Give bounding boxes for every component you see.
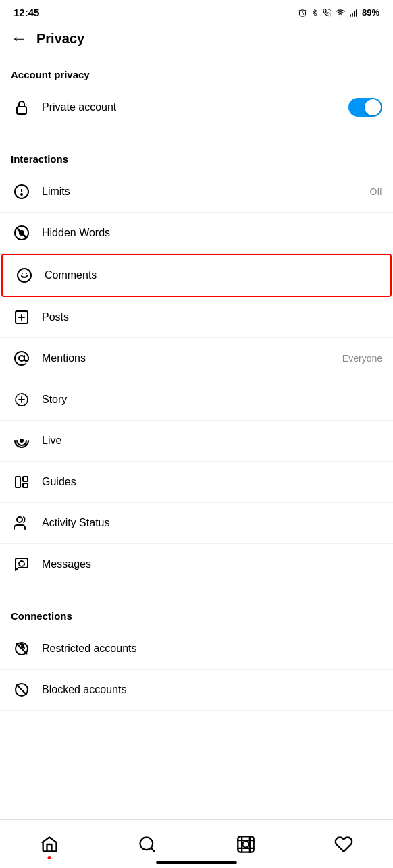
story-label: Story	[42, 394, 382, 406]
activity-status-icon	[11, 512, 32, 534]
hidden-words-icon	[11, 222, 32, 244]
signal-icon	[349, 8, 359, 18]
svg-rect-3	[354, 11, 355, 16]
divider-2	[0, 591, 393, 591]
svg-point-18	[19, 356, 24, 361]
account-privacy-label: Account privacy	[0, 55, 393, 87]
interactions-label: Interactions	[0, 140, 393, 171]
status-icons: 89%	[298, 7, 379, 18]
connections-label: Connections	[0, 597, 393, 628]
story-icon	[11, 389, 32, 410]
bottom-nav	[0, 819, 393, 868]
private-account-row[interactable]: Private account	[0, 87, 393, 128]
mentions-icon	[11, 348, 32, 369]
posts-row[interactable]: Posts	[0, 297, 393, 338]
battery-text: 89%	[362, 7, 379, 18]
svg-rect-5	[17, 107, 26, 114]
activity-status-label: Activity Status	[42, 517, 382, 529]
alarm-icon	[298, 8, 307, 18]
svg-point-36	[242, 841, 248, 847]
nav-reels[interactable]	[196, 835, 295, 854]
posts-icon	[11, 306, 32, 328]
mentions-label: Mentions	[42, 352, 342, 364]
limits-icon	[11, 181, 32, 202]
blocked-accounts-label: Blocked accounts	[42, 684, 382, 696]
restricted-accounts-row[interactable]: Restricted accounts	[0, 628, 393, 670]
nav-activity[interactable]	[295, 835, 394, 854]
restricted-icon	[11, 638, 32, 659]
account-privacy-section: Account privacy Private account	[0, 55, 393, 128]
header: ← Privacy	[0, 22, 393, 55]
svg-rect-24	[23, 477, 28, 481]
svg-point-22	[20, 439, 23, 442]
mentions-row[interactable]: Mentions Everyone	[0, 338, 393, 379]
svg-line-34	[151, 848, 155, 851]
svg-point-8	[21, 194, 22, 195]
limits-label: Limits	[42, 186, 370, 198]
blocked-icon	[11, 679, 32, 701]
phone-icon	[322, 8, 332, 18]
activity-status-row[interactable]: Activity Status	[0, 503, 393, 544]
private-account-label: Private account	[42, 101, 348, 113]
svg-rect-23	[16, 477, 20, 487]
search-icon	[138, 835, 157, 854]
nav-search[interactable]	[99, 835, 197, 854]
limits-value: Off	[370, 186, 382, 197]
svg-rect-25	[23, 483, 28, 487]
blocked-accounts-row[interactable]: Blocked accounts	[0, 670, 393, 711]
private-account-toggle[interactable]	[348, 98, 382, 117]
messages-icon	[11, 553, 32, 575]
interactions-section: Interactions Limits Off Hidden Words	[0, 140, 393, 585]
page-title: Privacy	[36, 31, 84, 47]
restricted-accounts-label: Restricted accounts	[42, 643, 382, 655]
heart-icon	[334, 835, 353, 854]
svg-point-12	[18, 269, 31, 282]
story-row[interactable]: Story	[0, 379, 393, 421]
nav-home[interactable]	[0, 835, 99, 854]
connections-section: Connections Restricted accounts Blocked …	[0, 597, 393, 711]
home-icon	[40, 835, 59, 854]
bluetooth-icon	[311, 8, 319, 18]
svg-line-32	[17, 685, 26, 695]
comments-label: Comments	[45, 269, 379, 281]
wifi-icon	[335, 8, 346, 18]
comments-row[interactable]: Comments	[1, 254, 392, 297]
hidden-words-label: Hidden Words	[42, 227, 382, 239]
guides-icon	[11, 471, 32, 493]
guides-row[interactable]: Guides	[0, 462, 393, 503]
home-indicator	[156, 861, 237, 864]
live-row[interactable]: Live	[0, 421, 393, 462]
messages-row[interactable]: Messages	[0, 544, 393, 585]
reels-icon	[236, 835, 255, 854]
divider-1	[0, 134, 393, 134]
back-button[interactable]: ←	[11, 29, 27, 48]
posts-label: Posts	[42, 311, 382, 323]
hidden-words-row[interactable]: Hidden Words	[0, 213, 393, 254]
svg-rect-1	[350, 14, 351, 17]
guides-label: Guides	[42, 476, 382, 488]
home-active-dot	[47, 856, 51, 859]
mentions-value: Everyone	[342, 353, 382, 364]
svg-rect-35	[238, 836, 253, 852]
live-label: Live	[42, 435, 382, 447]
messages-label: Messages	[42, 558, 382, 570]
svg-point-26	[17, 517, 22, 522]
status-time: 12:45	[14, 7, 39, 18]
toggle-knob	[365, 99, 381, 115]
svg-line-11	[16, 227, 27, 238]
lock-icon	[11, 97, 32, 118]
svg-rect-2	[352, 13, 353, 17]
svg-point-27	[19, 561, 24, 566]
status-bar: 12:45 89%	[0, 0, 393, 22]
comments-icon	[14, 265, 35, 286]
limits-row[interactable]: Limits Off	[0, 171, 393, 213]
svg-rect-4	[356, 9, 357, 16]
live-icon	[11, 430, 32, 452]
